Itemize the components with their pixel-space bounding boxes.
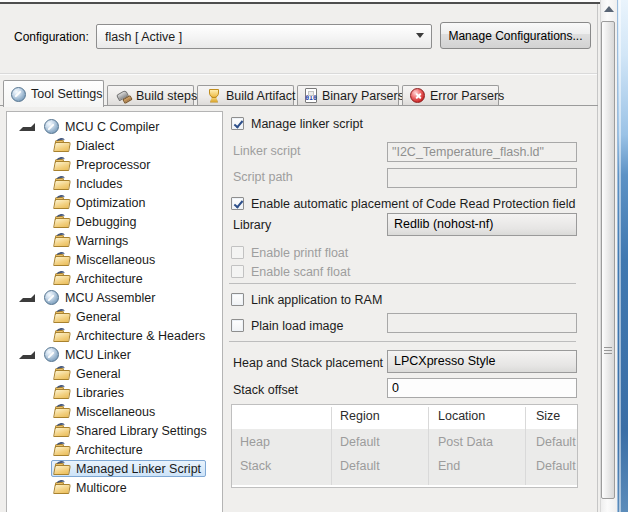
expander-icon[interactable] <box>19 351 35 359</box>
link-to-ram-checkbox[interactable] <box>231 293 244 306</box>
table-header-region: Region <box>340 405 380 428</box>
category-folder-icon <box>54 481 70 494</box>
trophy-icon <box>205 88 221 104</box>
tree-item-general-linker[interactable]: General <box>7 364 222 383</box>
heap-stack-table: Region Location Size Heap Default Post D… <box>231 404 578 488</box>
tool-settings-tree: MCU C Compiler Dialect Preprocessor Incl… <box>6 111 223 512</box>
linker-script-label: Linker script <box>233 141 300 161</box>
heap-stack-placement-label: Heap and Stack placement <box>233 353 383 373</box>
tree-item-mcu-assembler[interactable]: MCU Assembler <box>7 288 222 307</box>
tree-item-miscellaneous-linker[interactable]: Miscellaneous <box>7 402 222 421</box>
checkbox-label: Enable automatic placement of Code Read … <box>251 197 576 211</box>
tree-item-preprocessor[interactable]: Preprocessor <box>7 155 222 174</box>
category-folder-icon <box>54 272 70 285</box>
top-border <box>0 2 618 4</box>
category-folder-icon <box>54 443 70 456</box>
binary-document-icon: 010 <box>305 88 317 103</box>
scanf-float-checkbox <box>231 265 244 278</box>
printf-float-checkbox <box>231 246 244 259</box>
script-path-field <box>387 168 577 188</box>
tree-item-mcu-c-compiler[interactable]: MCU C Compiler <box>7 117 222 136</box>
checkbox-label: Link application to RAM <box>251 293 382 307</box>
tree-item-includes[interactable]: Includes <box>7 174 222 193</box>
tree-item-optimization[interactable]: Optimization <box>7 193 222 212</box>
heap-stack-placement-select[interactable]: LPCXpresso Style <box>387 350 577 373</box>
category-folder-icon <box>54 234 70 247</box>
tab-build-steps[interactable]: Build steps <box>107 85 194 105</box>
category-folder-icon <box>54 310 70 323</box>
category-folder-icon <box>54 329 70 342</box>
chevron-down-icon <box>416 33 424 38</box>
configuration-value: flash [ Active ] <box>105 30 182 44</box>
library-select[interactable]: Redlib (nohost-nf) <box>387 213 577 236</box>
category-folder-icon <box>54 386 70 399</box>
category-folder-icon <box>54 177 70 190</box>
checkbox-label: Enable scanf float <box>251 265 350 279</box>
crp-row: Enable automatic placement of Code Read … <box>231 195 576 212</box>
tree-item-debugging[interactable]: Debugging <box>7 212 222 231</box>
plain-load-image-checkbox[interactable] <box>231 319 244 332</box>
tool-icon <box>44 290 59 305</box>
tab-build-artifact[interactable]: Build Artifact <box>197 85 294 105</box>
manage-configurations-button[interactable]: Manage Configurations... <box>440 22 591 49</box>
category-folder-icon <box>54 424 70 437</box>
tree-item-architecture-headers[interactable]: Architecture & Headers <box>7 326 222 345</box>
plain-load-image-field <box>387 313 577 333</box>
category-folder-icon <box>54 139 70 152</box>
plain-load-image-row: Plain load image <box>231 317 343 334</box>
category-folder-icon <box>54 405 70 418</box>
tree-item-multicore[interactable]: Multicore <box>7 478 222 497</box>
tree-item-libraries[interactable]: Libraries <box>7 383 222 402</box>
tree-item-architecture-linker[interactable]: Architecture <box>7 440 222 459</box>
category-folder-icon <box>54 158 70 171</box>
tree-item-managed-linker-script[interactable]: Managed Linker Script <box>7 459 222 478</box>
group-divider <box>229 283 576 284</box>
manage-linker-script-row: Manage linker script <box>231 115 363 132</box>
tab-label: Build steps <box>136 89 197 103</box>
category-folder-icon <box>54 196 70 209</box>
printf-float-row: Enable printf float <box>231 244 348 261</box>
tree-item-mcu-linker[interactable]: MCU Linker <box>7 345 222 364</box>
stack-offset-label: Stack offset <box>233 380 298 400</box>
tree-item-dialect[interactable]: Dialect <box>7 136 222 155</box>
tree-item-warnings[interactable]: Warnings <box>7 231 222 250</box>
tree-item-general-asm[interactable]: General <box>7 307 222 326</box>
tab-tool-settings[interactable]: Tool Settings <box>3 80 104 107</box>
category-folder-icon <box>54 253 70 266</box>
expander-icon[interactable] <box>19 294 35 302</box>
properties-dialog: Configuration: flash [ Active ] Manage C… <box>0 0 628 512</box>
scrollbar-thumb[interactable] <box>601 21 615 499</box>
tool-icon <box>44 119 59 134</box>
stack-offset-input[interactable]: 0 <box>387 378 577 398</box>
expander-icon[interactable] <box>19 123 35 131</box>
table-cell: Post Data <box>438 431 493 453</box>
table-cell: Default <box>340 455 380 477</box>
tree-item-shared-library-settings[interactable]: Shared Library Settings <box>7 421 222 440</box>
group-divider <box>229 341 576 342</box>
checkbox-label: Plain load image <box>251 319 343 333</box>
tree-item-miscellaneous[interactable]: Miscellaneous <box>7 250 222 269</box>
window-edge <box>617 0 628 512</box>
configuration-select[interactable]: flash [ Active ] <box>96 24 432 49</box>
scrollbar-grip <box>604 347 612 348</box>
table-cell: Stack <box>240 455 271 477</box>
checkbox-label: Manage linker script <box>251 117 363 131</box>
category-folder-icon <box>54 215 70 228</box>
scanf-float-row: Enable scanf float <box>231 263 350 280</box>
tree-item-architecture[interactable]: Architecture <box>7 269 222 288</box>
tool-settings-icon <box>11 87 26 102</box>
script-path-label: Script path <box>233 167 293 187</box>
crp-checkbox[interactable] <box>231 197 244 210</box>
hammer-icon <box>115 88 131 104</box>
tab-binary-parsers[interactable]: 010 Binary Parsers <box>297 85 399 105</box>
managed-linker-script-settings: Manage linker script Linker script "I2C_… <box>228 111 578 512</box>
tab-error-parsers[interactable]: Error Parsers <box>402 85 499 105</box>
checkbox-label: Enable printf float <box>251 246 348 260</box>
table-header-location: Location <box>438 405 485 428</box>
panel-right-border <box>597 4 598 512</box>
scroll-up-icon[interactable] <box>604 6 614 12</box>
error-circle-icon <box>410 88 425 103</box>
manage-linker-script-checkbox[interactable] <box>231 117 244 130</box>
tab-label: Tool Settings <box>31 87 103 101</box>
linker-script-field: "I2C_Temperature_flash.ld" <box>387 142 577 162</box>
